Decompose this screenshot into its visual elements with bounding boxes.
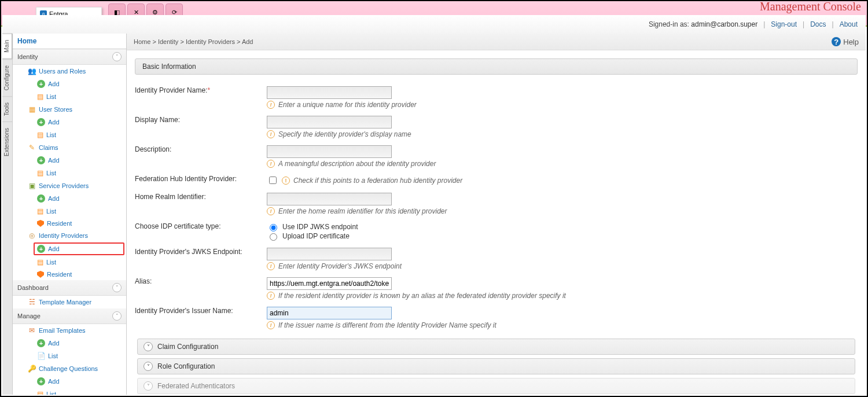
tab-main[interactable]: Main [2,34,12,59]
claims-icon: ✎ [28,144,36,152]
about-link[interactable]: About [840,20,858,28]
list-icon: ▤ [37,93,43,101]
left-nav: Home Identity ˄ 👥 Users and Roles +Add ▤… [13,34,127,395]
section-manage[interactable]: Manage ˄ [13,308,126,324]
bc-home[interactable]: Home [134,38,150,45]
breadcrumb: Home > Identity > Identity Providers > A… [127,34,866,50]
nav-identity-providers[interactable]: ◎ Identity Providers [13,229,126,242]
nav-idp-resident[interactable]: Resident [13,269,126,280]
chevron-up-icon: ˄ [112,52,122,61]
info-icon: ! [267,321,275,329]
signout-link[interactable]: Sign-out [771,20,797,28]
signed-in-label: Signed-in as: [649,20,689,28]
section-dashboard[interactable]: Dashboard ˄ [13,280,126,296]
nav-challenge-list[interactable]: ▤List [13,388,126,395]
info-icon: ! [267,101,275,109]
nav-user-stores[interactable]: ▦ User Stores [13,103,126,116]
lbl-idp-name: Identity Provider Name: [135,86,207,94]
nav-template-manager[interactable]: ☵ Template Manager [13,296,126,308]
info-icon: ! [267,262,275,270]
info-icon: ! [267,130,275,138]
panel-basic-info: Basic Information [135,58,858,75]
bc-add: Add [242,38,253,45]
collapse-claim[interactable]: ˅Claim Configuration [137,339,855,355]
plus-icon: + [37,339,45,347]
input-home-realm[interactable] [267,193,392,205]
lbl-alias: Alias: [135,274,267,303]
plus-icon: + [37,245,45,253]
radio-upload[interactable] [270,233,277,241]
app-title: Management Console [760,0,861,13]
input-alias[interactable] [267,277,392,290]
nav-users-roles-add[interactable]: +Add [13,78,126,90]
info-icon: ! [267,160,275,168]
users-icon: 👥 [28,67,36,75]
plus-icon: + [37,156,45,164]
lbl-fed-hub: Federation Hub Identity Provider: [135,171,267,189]
nav-idp-list[interactable]: ▤List [13,256,126,269]
list-icon: ▤ [37,258,43,266]
tab-configure[interactable]: Configure [2,59,12,96]
chk-fed-hub[interactable] [269,177,277,184]
lbl-description: Description: [135,142,267,171]
chevron-down-icon: ˅ [144,342,153,351]
nav-claims-list[interactable]: ▤List [13,167,126,179]
stores-icon: ▦ [28,105,36,113]
nav-sp-resident[interactable]: Resident [13,218,126,229]
plus-icon: + [37,118,45,126]
shield-icon [37,271,44,278]
section-identity[interactable]: Identity ˄ [13,49,126,65]
list-icon: ▤ [37,131,43,139]
nav-email-list[interactable]: 📄List [13,350,126,362]
nav-email-add[interactable]: +Add [13,337,126,350]
nav-email-templates[interactable]: ✉ Email Templates [13,324,126,337]
chevron-down-icon: ˅ [144,381,153,391]
info-icon: ! [282,177,290,185]
nav-claims-add[interactable]: +Add [13,154,126,167]
lbl-cert-type: Choose IDP certificate type: [135,219,267,244]
nav-challenge-questions[interactable]: 🔑 Challenge Questions [13,362,126,375]
collapse-federated[interactable]: ˅Federated Authenticators [137,378,855,394]
help-link[interactable]: ? Help [832,37,859,46]
sp-icon: ▣ [28,182,36,190]
nav-users-roles[interactable]: 👥 Users and Roles [13,65,126,78]
help-icon: ? [832,37,841,46]
bc-idps[interactable]: Identity Providers [186,38,235,45]
list-icon: ▤ [37,390,43,395]
key-icon: 🔑 [28,365,36,373]
nav-challenge-add[interactable]: +Add [13,375,126,388]
collapse-role[interactable]: ˅Role Configuration [137,358,855,374]
plus-icon: + [37,80,45,88]
nav-sp-list[interactable]: ▤List [13,205,126,218]
input-description[interactable] [267,145,392,158]
chevron-up-icon: ˄ [112,283,122,292]
nav-idp-add[interactable]: +Add [34,242,124,255]
template-icon: ☵ [28,298,36,306]
nav-user-stores-add[interactable]: +Add [13,116,126,128]
input-display-name[interactable] [267,116,392,128]
signed-in-user: admin@carbon.super [691,20,757,28]
bc-identity[interactable]: Identity [158,38,178,45]
plus-icon: + [37,377,45,385]
doc-icon: 📄 [37,352,45,360]
header-bar: Signed-in as: admin@carbon.super | Sign-… [2,15,866,34]
input-idp-name[interactable] [267,86,392,99]
tab-extensions[interactable]: Extensions [2,122,12,162]
vertical-tabs: Main Configure Tools Extensions [2,34,13,395]
lbl-issuer: Identity Provider's Issuer Name: [135,303,267,333]
info-icon: ! [267,207,275,215]
lbl-home-realm: Home Realm Identifier: [135,189,267,219]
input-jwks[interactable] [267,248,392,260]
radio-jwks[interactable] [270,224,277,231]
tab-tools[interactable]: Tools [2,96,12,122]
nav-user-stores-list[interactable]: ▤List [13,128,126,141]
nav-home[interactable]: Home [13,34,126,49]
nav-service-providers[interactable]: ▣ Service Providers [13,179,126,192]
nav-users-roles-list[interactable]: ▤List [13,90,126,103]
input-issuer[interactable] [267,307,392,319]
nav-sp-add[interactable]: +Add [13,192,126,205]
shield-icon [37,220,44,227]
docs-link[interactable]: Docs [810,20,826,28]
email-icon: ✉ [28,326,36,334]
nav-claims[interactable]: ✎ Claims [13,141,126,154]
